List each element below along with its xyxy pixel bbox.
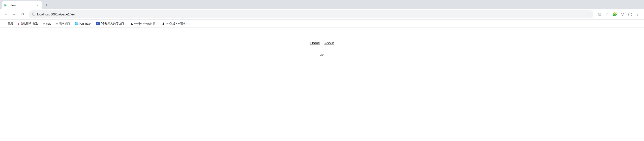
bookmark-vue-ajax-label: vue发送ajax请求 -... xyxy=(166,22,190,25)
new-tab-button[interactable]: + xyxy=(44,2,50,8)
url-text: localhost:8080/#/page1/xixi xyxy=(37,12,590,16)
page-content: Home | About xixi xyxy=(0,28,644,141)
tab-bar: ▶ demo × + xyxy=(0,0,644,9)
tab-close-button[interactable]: × xyxy=(36,3,40,7)
nav-separator: | xyxy=(322,41,322,45)
back-button[interactable]: ← xyxy=(3,11,10,18)
bookmark-perf[interactable]: 🌐 Perf Track xyxy=(73,21,93,26)
extensions-button[interactable]: 🧩 xyxy=(611,11,618,18)
bookmark-api[interactable]: ▭ 需求接口 xyxy=(54,21,72,26)
bookmark-api-label: 需求接口 xyxy=(59,22,70,25)
bookmark-perf-label: Perf Track xyxy=(79,22,91,25)
bookmark-button[interactable]: ☆ xyxy=(604,11,611,18)
toolbar-right: ⊡ ☆ 🧩 ⬡ ◯ ⋮ xyxy=(596,11,641,18)
home-link[interactable]: Home xyxy=(310,41,320,45)
screen-search-button[interactable]: ⊡ xyxy=(596,11,603,18)
bookmarks-bar: ⠿ 应用 Y 在线翻译_有道 ▭ help ▭ 需求接口 🌐 Perf Trac… xyxy=(0,20,644,28)
active-tab[interactable]: ▶ demo × xyxy=(2,1,42,9)
folder-icon: ▭ xyxy=(42,22,45,25)
bookmark-sl-label: 6个最常见的可访问... xyxy=(101,22,126,25)
address-bar[interactable]: ⓘ localhost:8080/#/page1/xixi xyxy=(29,10,593,18)
bookmark-youdao-label: 在线翻译_有道 xyxy=(20,22,38,25)
bookmark-sl[interactable]: SL 6个最常见的可访问... xyxy=(94,21,128,26)
bookmark-help-label: help xyxy=(46,22,51,25)
vue-axios-icon: ♟ xyxy=(130,22,133,25)
page-body-text: xixi xyxy=(320,53,324,57)
nav-bar: ← → ↻ ⓘ localhost:8080/#/page1/xixi ⊡ ☆ … xyxy=(0,9,644,20)
page-navigation: Home | About xyxy=(310,41,334,45)
vue-ajax-icon: ♟ xyxy=(162,22,165,25)
browser-chrome: ▶ demo × + ← → ↻ ⓘ localhost:8080/#/page… xyxy=(0,0,644,28)
bookmark-vue-axios-label: vue中axios的封装... xyxy=(134,22,158,25)
folder2-icon: ▭ xyxy=(56,22,58,25)
bookmark-apps-label: 应用 xyxy=(8,22,13,25)
menu-button[interactable]: ⋮ xyxy=(634,11,641,18)
forward-button[interactable]: → xyxy=(11,11,18,18)
cast-button[interactable]: ⬡ xyxy=(619,11,626,18)
bookmark-youdao[interactable]: Y 在线翻译_有道 xyxy=(16,21,40,26)
about-link[interactable]: About xyxy=(324,41,334,45)
profile-button[interactable]: ◯ xyxy=(626,11,634,18)
bookmark-apps[interactable]: ⠿ 应用 xyxy=(3,21,15,26)
security-icon: ⓘ xyxy=(32,12,36,16)
youdao-icon: Y xyxy=(18,22,20,25)
tab-favicon: ▶ xyxy=(4,3,8,7)
tab-title: demo xyxy=(10,3,34,7)
bookmark-vue-axios[interactable]: ♟ vue中axios的封装... xyxy=(129,21,160,26)
globe-icon: 🌐 xyxy=(74,22,78,25)
apps-icon: ⠿ xyxy=(4,22,7,25)
bookmark-help[interactable]: ▭ help xyxy=(40,21,53,26)
sl-icon: SL xyxy=(96,22,100,25)
bookmark-vue-ajax[interactable]: ♟ vue发送ajax请求 -... xyxy=(160,21,192,26)
reload-button[interactable]: ↻ xyxy=(19,11,26,18)
